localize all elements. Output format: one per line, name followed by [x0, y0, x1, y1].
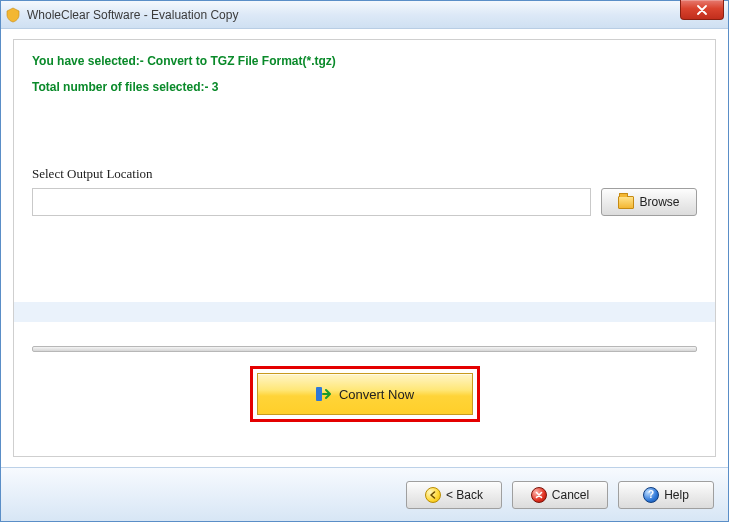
content-area: You have selected:- Convert to TGZ File …	[1, 29, 728, 457]
back-button-label: < Back	[446, 488, 483, 502]
separator-bar	[32, 346, 697, 352]
main-panel: You have selected:- Convert to TGZ File …	[13, 39, 716, 457]
progress-band	[14, 302, 715, 322]
titlebar: WholeClear Software - Evaluation Copy	[1, 1, 728, 29]
help-button[interactable]: ? Help	[618, 481, 714, 509]
close-icon	[696, 5, 708, 15]
convert-icon	[315, 386, 331, 402]
convert-button-label: Convert Now	[339, 387, 414, 402]
folder-icon	[618, 196, 634, 209]
help-button-label: Help	[664, 488, 689, 502]
back-button[interactable]: < Back	[406, 481, 502, 509]
app-window: WholeClear Software - Evaluation Copy Yo…	[0, 0, 729, 522]
bottom-bar: < Back Cancel ? Help	[1, 467, 728, 521]
window-title: WholeClear Software - Evaluation Copy	[27, 8, 238, 22]
convert-highlight: Convert Now	[250, 366, 480, 422]
browse-button-label: Browse	[639, 195, 679, 209]
close-button[interactable]	[680, 0, 724, 20]
browse-button[interactable]: Browse	[601, 188, 697, 216]
output-row: Browse	[32, 188, 697, 216]
app-icon	[5, 7, 21, 23]
svg-rect-0	[316, 387, 322, 401]
cancel-button[interactable]: Cancel	[512, 481, 608, 509]
output-location-label: Select Output Location	[32, 166, 697, 182]
convert-now-button[interactable]: Convert Now	[257, 373, 473, 415]
cancel-button-label: Cancel	[552, 488, 589, 502]
file-count-text: Total number of files selected:- 3	[32, 80, 697, 94]
cancel-icon	[531, 487, 547, 503]
back-arrow-icon	[425, 487, 441, 503]
help-icon: ?	[643, 487, 659, 503]
selected-format-text: You have selected:- Convert to TGZ File …	[32, 54, 697, 68]
output-location-input[interactable]	[32, 188, 591, 216]
